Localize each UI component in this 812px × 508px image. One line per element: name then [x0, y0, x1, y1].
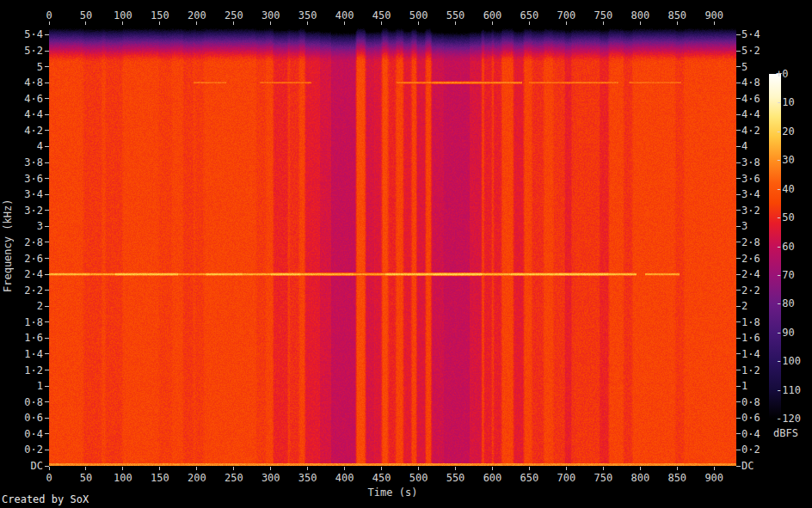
x-tick-top	[85, 21, 86, 25]
y-tick-left	[45, 306, 49, 307]
y-tick-left	[45, 98, 49, 99]
y-tick-right	[736, 401, 741, 402]
y-tick-label-right: 3·8	[741, 156, 779, 168]
x-tick-top	[455, 21, 456, 25]
x-tick-top	[640, 21, 641, 25]
x-tick-bottom	[159, 467, 160, 470]
y-tick-label-left: 2	[0, 300, 43, 312]
colorbar-tick-label: -30	[776, 154, 795, 166]
x-tick-bottom	[529, 467, 530, 470]
y-tick-label-left: 4·2	[0, 125, 43, 137]
y-tick-left	[45, 370, 49, 370]
y-tick-right	[736, 274, 741, 275]
x-tick-label-bottom: 500	[400, 472, 438, 484]
x-tick-bottom	[418, 467, 419, 470]
y-tick-label-right: 2	[741, 300, 779, 312]
y-tick-right	[736, 83, 741, 83]
x-tick-label-bottom: 750	[584, 472, 622, 484]
y-tick-right	[736, 226, 741, 227]
y-tick-label-left: 0·8	[0, 396, 43, 408]
y-tick-right	[736, 450, 741, 450]
y-tick-label-left: 5	[0, 61, 43, 73]
colorbar-tick-label: -90	[776, 327, 795, 339]
y-tick-right	[736, 130, 741, 131]
y-tick-label-left: 0·6	[0, 412, 43, 424]
x-tick-top	[122, 21, 123, 25]
x-tick-bottom	[714, 467, 715, 470]
x-tick-label-top: 600	[473, 9, 511, 21]
x-tick-label-top: 300	[252, 9, 290, 21]
y-tick-right	[736, 114, 741, 115]
y-tick-right	[736, 34, 741, 35]
x-tick-top	[529, 21, 530, 25]
x-tick-bottom	[640, 467, 641, 470]
x-axis-title: Time (s)	[49, 487, 736, 499]
y-tick-label-left: 1	[0, 380, 43, 392]
x-tick-label-top: 800	[621, 9, 659, 21]
x-tick-label-top: 500	[400, 9, 438, 21]
y-tick-left	[45, 51, 49, 52]
y-tick-left	[45, 194, 49, 195]
y-tick-label-right: 1·8	[741, 316, 779, 328]
y-tick-label-left: 3·2	[0, 205, 43, 217]
y-tick-left	[45, 210, 49, 211]
y-tick-left	[45, 258, 49, 259]
y-tick-left	[45, 242, 49, 242]
y-tick-label-right: 5	[741, 61, 779, 73]
y-tick-right	[736, 162, 741, 163]
x-tick-top	[418, 21, 419, 25]
x-tick-label-bottom: 650	[510, 472, 548, 484]
x-tick-label-bottom: 150	[141, 472, 179, 484]
y-tick-label-right: DC	[741, 460, 779, 472]
y-tick-right	[736, 433, 741, 434]
y-tick-left	[45, 321, 49, 322]
y-tick-label-left: 1·6	[0, 332, 43, 344]
y-tick-label-right: 2·6	[741, 253, 779, 265]
y-tick-left	[45, 226, 49, 227]
y-tick-right	[736, 178, 741, 179]
x-tick-label-bottom: 100	[104, 472, 142, 484]
x-tick-label-bottom: 400	[326, 472, 364, 484]
y-tick-right	[736, 306, 741, 307]
x-tick-label-bottom: 50	[67, 472, 105, 484]
y-tick-label-right: 0·6	[741, 412, 779, 424]
y-tick-label-left: 0·2	[0, 444, 43, 456]
x-tick-label-bottom: 600	[473, 472, 511, 484]
y-tick-label-right: 2·2	[741, 285, 779, 297]
y-tick-right	[736, 386, 741, 387]
y-tick-left	[45, 401, 49, 402]
x-tick-bottom	[566, 467, 567, 470]
y-tick-label-left: 2·6	[0, 253, 43, 265]
y-tick-label-right: 2·8	[741, 236, 779, 248]
x-tick-bottom	[122, 467, 123, 470]
y-tick-left	[45, 34, 49, 35]
spectrogram-canvas	[49, 26, 736, 466]
x-tick-top	[714, 21, 715, 25]
colorbar-tick-label: -40	[776, 183, 795, 195]
y-tick-label-left: 3	[0, 220, 43, 232]
x-tick-top	[270, 21, 271, 25]
x-tick-label-top: 250	[215, 9, 253, 21]
y-tick-label-right: 2·4	[741, 268, 779, 280]
x-tick-bottom	[85, 467, 86, 470]
x-tick-label-bottom: 450	[363, 472, 401, 484]
y-tick-label-right: 4·4	[741, 108, 779, 120]
y-tick-label-right: 1·4	[741, 348, 779, 360]
x-tick-bottom	[603, 467, 604, 470]
y-tick-right	[736, 418, 741, 419]
y-tick-left	[45, 466, 49, 467]
y-tick-label-left: 5·2	[0, 45, 43, 57]
x-tick-top	[196, 21, 197, 25]
x-tick-label-top: 400	[326, 9, 364, 21]
y-tick-label-right: 0·4	[741, 428, 779, 440]
y-tick-label-left: 3·8	[0, 156, 43, 168]
x-tick-label-bottom: 0	[30, 472, 68, 484]
y-tick-right	[736, 338, 741, 339]
y-tick-label-left: 1·4	[0, 348, 43, 360]
x-tick-label-top: 0	[30, 9, 68, 21]
y-tick-left	[45, 66, 49, 67]
x-tick-label-top: 150	[141, 9, 179, 21]
x-tick-bottom	[455, 467, 456, 470]
x-tick-top	[233, 21, 234, 25]
x-tick-label-bottom: 350	[289, 472, 327, 484]
